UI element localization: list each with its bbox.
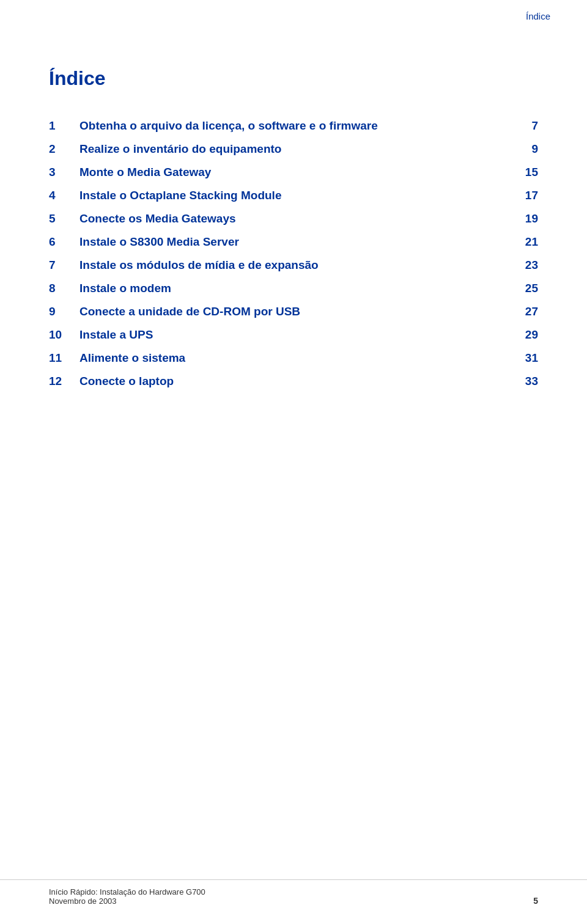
toc-item-number: 5 [49,207,79,230]
toc-item-label: Realize o inventário do equipamento [79,138,501,161]
toc-item-number: 3 [49,161,79,184]
toc-item-label: Conecte os Media Gateways [79,207,501,230]
toc-row: 10Instale a UPS29 [49,323,538,346]
toc-item-number: 10 [49,323,79,346]
toc-row: 9Conecte a unidade de CD-ROM por USB27 [49,300,538,323]
toc-item-page: 31 [501,346,538,370]
toc-item-label: Instale o S8300 Media Server [79,230,501,254]
toc-item-page: 9 [501,138,538,161]
toc-item-page: 25 [501,277,538,300]
toc-item-number: 1 [49,114,79,138]
toc-item-label: Instale o modem [79,277,501,300]
toc-item-label: Instale os módulos de mídia e de expansã… [79,254,501,277]
toc-row: 11Alimente o sistema31 [49,346,538,370]
toc-row: 6Instale o S8300 Media Server21 [49,230,538,254]
toc-item-label: Obtenha o arquivo da licença, o software… [79,114,501,138]
page-title: Índice [49,67,538,90]
toc-item-page: 15 [501,161,538,184]
toc-item-label: Conecte a unidade de CD-ROM por USB [79,300,501,323]
footer-title: Início Rápido: Instalação do Hardware G7… [49,887,205,897]
toc-item-number: 12 [49,370,79,393]
toc-row: 8Instale o modem25 [49,277,538,300]
header-label: Índice [526,11,550,21]
footer-date: Novembro de 2003 [49,897,205,906]
toc-row: 4Instale o Octaplane Stacking Module17 [49,184,538,207]
toc-row: 3Monte o Media Gateway15 [49,161,538,184]
toc-item-number: 11 [49,346,79,370]
toc-item-number: 4 [49,184,79,207]
toc-row: 1Obtenha o arquivo da licença, o softwar… [49,114,538,138]
toc-item-page: 17 [501,184,538,207]
toc-item-label: Instale o Octaplane Stacking Module [79,184,501,207]
toc-item-label: Instale a UPS [79,323,501,346]
toc-item-page: 21 [501,230,538,254]
toc-item-page: 29 [501,323,538,346]
toc-item-number: 7 [49,254,79,277]
toc-item-number: 9 [49,300,79,323]
footer-page-number: 5 [533,896,538,906]
toc-item-page: 7 [501,114,538,138]
toc-item-label: Alimente o sistema [79,346,501,370]
toc-row: 7Instale os módulos de mídia e de expans… [49,254,538,277]
page-footer: Início Rápido: Instalação do Hardware G7… [0,879,587,906]
toc-item-number: 2 [49,138,79,161]
toc-item-page: 19 [501,207,538,230]
toc-row: 5Conecte os Media Gateways19 [49,207,538,230]
toc-item-page: 33 [501,370,538,393]
toc-item-number: 6 [49,230,79,254]
toc-item-label: Conecte o laptop [79,370,501,393]
footer-left: Início Rápido: Instalação do Hardware G7… [49,887,205,906]
toc-item-number: 8 [49,277,79,300]
toc-item-page: 27 [501,300,538,323]
toc-table: 1Obtenha o arquivo da licença, o softwar… [49,114,538,393]
toc-row: 2Realize o inventário do equipamento9 [49,138,538,161]
toc-row: 12Conecte o laptop33 [49,370,538,393]
toc-item-label: Monte o Media Gateway [79,161,501,184]
toc-item-page: 23 [501,254,538,277]
